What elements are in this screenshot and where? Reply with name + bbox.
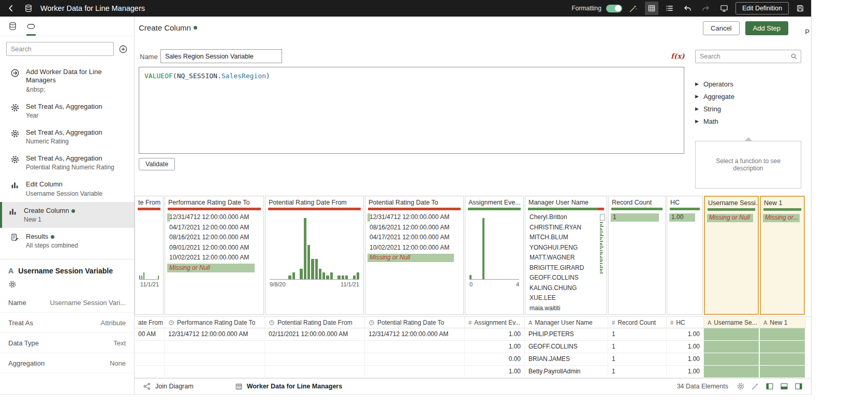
save-icon[interactable] (793, 2, 807, 15)
layout-left-pane-icon[interactable] (766, 382, 774, 390)
table-cell-r2-c4[interactable]: 0.00 (465, 353, 525, 366)
table-cell-r3-c7[interactable]: 1.00 (667, 366, 704, 378)
table-cell-r1-c9[interactable] (760, 341, 806, 353)
card-value-row[interactable]: GEOFF.COLLINS (527, 273, 605, 283)
card-value-row[interactable]: maia.waititi (527, 303, 605, 314)
statusbar-sparkle-icon[interactable] (751, 382, 759, 390)
fx-icon[interactable]: f(x) (671, 52, 685, 60)
add-step-button[interactable]: Add Step (745, 21, 789, 35)
validate-button[interactable]: Validate (139, 158, 175, 170)
preview-card-6[interactable]: Record Count1 (608, 196, 666, 315)
table-cell-r2-c8[interactable] (704, 353, 760, 366)
preview-card-9[interactable]: New 1Missing or... (760, 196, 805, 315)
table-header-0[interactable]: ate From (135, 317, 165, 328)
table-cell-r1-c5[interactable]: GEOFF.COLLINS (525, 341, 608, 353)
card-value-row[interactable]: YONGHUI.PENG (527, 243, 605, 253)
preparation-steps-tab-icon[interactable] (26, 22, 36, 36)
function-category-operators[interactable]: ▶Operators (695, 78, 801, 90)
table-cell-r1-c6[interactable]: 1 (608, 341, 667, 353)
sidebar-step-2[interactable]: Set Treat As, AggregationNumeric Rating (0, 124, 134, 150)
table-cell-r0-c4[interactable]: 1.00 (465, 328, 525, 341)
table-cell-r1-c2[interactable] (265, 341, 365, 353)
preview-card-1[interactable]: Performance Rating Date To12/31/4712 12:… (165, 196, 264, 315)
table-cell-r1-c0[interactable] (135, 341, 165, 353)
property-value[interactable]: Username Session Vari... (50, 299, 126, 307)
card-value-row[interactable]: Cheryl.Britton (527, 212, 605, 223)
card-value-row[interactable]: Missing or... (763, 213, 802, 223)
grid-view-icon[interactable] (645, 2, 658, 15)
table-cell-r1-c7[interactable]: 1.00 (667, 341, 704, 353)
table-cell-r1-c4[interactable]: 1.00 (465, 341, 525, 353)
table-header-9[interactable]: ANew 1 (760, 317, 806, 328)
card-value-row[interactable]: 04/17/2021 12:00:00.000 AM (167, 223, 261, 233)
card-value-row[interactable]: CHRISTINE.RYAN (527, 223, 605, 233)
redo-icon[interactable] (699, 2, 713, 15)
table-header-8[interactable]: AUsername Se... (704, 317, 760, 328)
table-cell-r2-c7[interactable]: 1.00 (667, 353, 704, 366)
table-cell-r0-c0[interactable]: 00 AM (135, 328, 165, 341)
preview-card-7[interactable]: HC1.00 (667, 196, 703, 315)
table-cell-r2-c5[interactable]: BRIAN.JAMES (525, 353, 608, 366)
table-cell-r0-c6[interactable]: 1 (608, 328, 667, 341)
present-icon[interactable] (717, 2, 731, 15)
undo-icon[interactable] (681, 2, 695, 15)
table-cell-r0-c7[interactable]: 1.00 (667, 328, 704, 341)
card-value-row[interactable]: 1 (611, 212, 663, 223)
rail-thumb[interactable] (600, 214, 605, 221)
sidebar-step-5[interactable]: Create ColumnNew 1 (0, 202, 134, 228)
table-cell-r1-c8[interactable] (704, 341, 760, 353)
table-cell-r3-c6[interactable]: 1 (608, 366, 667, 378)
data-tab-icon[interactable] (8, 22, 17, 36)
edit-definition-button[interactable]: Edit Definition (735, 2, 789, 15)
value-frequency-rail[interactable] (600, 214, 605, 274)
card-value-row[interactable]: 12/31/4712 12:00:00.000 AM (167, 212, 261, 223)
table-cell-r0-c2[interactable]: 02/11/2021 12:00:00.000 AM (265, 328, 365, 341)
table-cell-r3-c9[interactable] (760, 366, 806, 378)
column-name-input[interactable] (160, 49, 282, 63)
properties-gear-icon[interactable] (8, 280, 17, 288)
table-cell-r2-c6[interactable]: 1 (608, 353, 667, 366)
table-header-7[interactable]: #HC (667, 317, 704, 328)
cancel-button[interactable]: Cancel (703, 21, 739, 35)
card-value-row[interactable]: KALING.CHUNG (527, 283, 605, 294)
property-value[interactable]: Text (113, 339, 126, 347)
card-value-row[interactable]: BRIGITTE.GIRARD (527, 263, 605, 273)
table-header-6[interactable]: #Record Count (608, 317, 667, 328)
table-header-1[interactable]: Performance Rating Date To (165, 317, 265, 328)
function-category-aggregate[interactable]: ▶Aggregate (695, 90, 801, 103)
steps-search-input[interactable] (6, 42, 114, 56)
table-cell-r3-c0[interactable] (135, 366, 165, 378)
table-cell-r1-c1[interactable] (165, 341, 265, 353)
formula-editor[interactable]: VALUEOF(NQ_SESSION.SalesRegion) (139, 67, 684, 154)
sidebar-step-4[interactable]: Edit ColumnUsername Session Variable (0, 176, 134, 201)
function-category-string[interactable]: ▶String (695, 103, 801, 115)
functions-search-input[interactable] (695, 50, 801, 63)
table-cell-r0-c5[interactable]: PHILIP.PETERS (525, 328, 608, 341)
table-cell-r3-c2[interactable] (265, 366, 365, 378)
magic-wand-icon[interactable] (627, 2, 640, 15)
table-cell-r0-c9[interactable] (760, 328, 806, 341)
preview-card-2[interactable]: Potential Rating Date From9/8/2011/1/21 (265, 196, 364, 315)
preview-card-3[interactable]: Potential Rating Date To12/31/4712 12:00… (365, 196, 464, 315)
card-value-row[interactable]: MITCH.BLUM (527, 233, 605, 243)
sidebar-step-6[interactable]: ResultsAll steps combined (0, 228, 134, 254)
property-value[interactable]: Attribute (101, 319, 126, 327)
layout-right-pane-icon[interactable] (795, 382, 803, 390)
table-cell-r2-c2[interactable] (265, 353, 365, 366)
card-value-row[interactable]: XUE.LEE (527, 293, 605, 303)
table-cell-r3-c4[interactable]: 1.00 (465, 366, 525, 378)
table-cell-r3-c5[interactable]: Betty.PayrollAdmin (525, 366, 608, 378)
card-value-row[interactable]: Missing or Null (707, 213, 756, 223)
card-value-row[interactable]: 1.00 (669, 212, 700, 223)
preview-card-5[interactable]: Manager User NameCheryl.BrittonCHRISTINE… (525, 196, 607, 315)
layout-bottom-pane-icon[interactable] (780, 382, 788, 390)
preview-card-4[interactable]: Assignment Eve...04 (465, 196, 524, 315)
preview-card-8[interactable]: Username Sessi...Missing or Null (704, 196, 759, 315)
function-category-math[interactable]: ▶Math (695, 115, 801, 127)
preview-card-0[interactable]: te From11/1/21 (135, 196, 164, 315)
card-value-row[interactable]: Missing or Null (367, 253, 461, 263)
back-button[interactable] (4, 2, 18, 15)
statusbar-gear-icon[interactable] (737, 382, 745, 390)
table-cell-r3-c3[interactable] (365, 366, 465, 378)
card-value-row[interactable]: 09/01/2021 12:00:00.000 AM (167, 243, 261, 253)
